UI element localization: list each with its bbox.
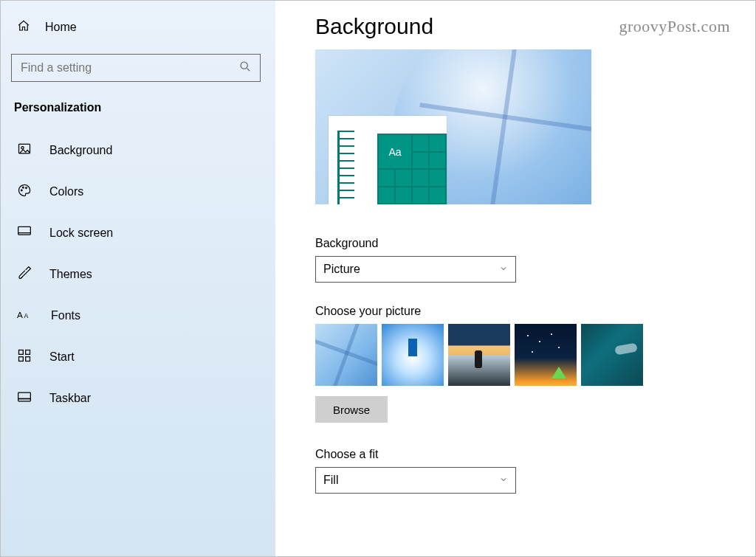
preview-start-tiles: Aa	[377, 134, 447, 204]
background-dropdown-value: Picture	[323, 263, 360, 276]
sidebar-item-label: Colors	[49, 185, 83, 198]
palette-icon	[17, 183, 32, 201]
picture-thumbnail[interactable]	[515, 324, 577, 386]
svg-rect-11	[19, 357, 24, 361]
watermark: groovyPost.com	[619, 17, 730, 36]
picture-thumbnail[interactable]	[315, 324, 377, 386]
svg-text:A: A	[24, 312, 28, 319]
svg-point-0	[241, 62, 247, 69]
sidebar-item-label: Start	[49, 350, 75, 364]
image-icon	[17, 142, 32, 159]
sidebar-item-themes[interactable]: Themes	[11, 257, 265, 291]
svg-rect-13	[18, 392, 31, 401]
fit-dropdown[interactable]: Fill	[315, 467, 516, 494]
home-link[interactable]: Home	[11, 14, 265, 41]
brush-icon	[17, 266, 32, 283]
sidebar-item-label: Taskbar	[49, 392, 91, 405]
svg-point-4	[23, 187, 24, 188]
picture-thumbnails	[315, 324, 726, 386]
svg-rect-12	[26, 357, 30, 361]
settings-sidebar: Home Personalization Background	[1, 1, 275, 556]
sidebar-item-label: Background	[49, 144, 112, 157]
background-field: Background Picture	[315, 237, 726, 283]
svg-text:A: A	[17, 310, 23, 319]
home-label: Home	[45, 21, 77, 34]
svg-point-3	[21, 190, 22, 191]
category-title: Personalization	[14, 101, 265, 114]
background-dropdown[interactable]: Picture	[315, 256, 516, 283]
svg-rect-10	[26, 350, 30, 355]
fit-dropdown-value: Fill	[323, 474, 338, 487]
search-icon	[239, 60, 251, 75]
fonts-icon: A A	[17, 307, 33, 325]
background-preview: Aa	[315, 49, 591, 204]
preview-sample-text: Aa	[379, 135, 411, 168]
sidebar-item-label: Fonts	[51, 309, 80, 322]
main-content: Background groovyPost.com Aa Background …	[275, 1, 755, 556]
sidebar-item-start[interactable]: Start	[11, 340, 265, 374]
svg-rect-6	[18, 226, 31, 235]
sidebar-item-fonts[interactable]: A A Fonts	[11, 299, 265, 333]
picture-thumbnail[interactable]	[382, 324, 444, 386]
browse-button[interactable]: Browse	[315, 396, 388, 423]
chevron-down-icon	[499, 263, 508, 276]
search-box[interactable]	[11, 54, 261, 82]
search-input[interactable]	[21, 61, 224, 75]
svg-point-5	[26, 187, 27, 189]
sidebar-nav: Background Colors Lock screen	[11, 134, 265, 423]
preview-ruler	[337, 131, 367, 204]
choose-fit-label: Choose a fit	[315, 448, 726, 461]
choose-picture-label: Choose your picture	[315, 305, 726, 318]
svg-rect-9	[19, 350, 24, 355]
svg-point-2	[21, 147, 24, 149]
background-label: Background	[315, 237, 726, 250]
picture-thumbnail[interactable]	[448, 324, 510, 386]
chevron-down-icon	[499, 474, 508, 487]
picture-thumbnail[interactable]	[581, 324, 643, 386]
sidebar-item-lock-screen[interactable]: Lock screen	[11, 216, 265, 250]
monitor-icon	[17, 224, 32, 242]
sidebar-item-label: Themes	[49, 268, 92, 281]
sidebar-item-label: Lock screen	[49, 226, 113, 240]
sidebar-item-taskbar[interactable]: Taskbar	[11, 381, 265, 415]
taskbar-icon	[17, 390, 32, 407]
home-icon	[17, 19, 30, 35]
sidebar-item-colors[interactable]: Colors	[11, 175, 265, 209]
start-icon	[17, 348, 32, 366]
sidebar-item-background[interactable]: Background	[11, 134, 265, 167]
